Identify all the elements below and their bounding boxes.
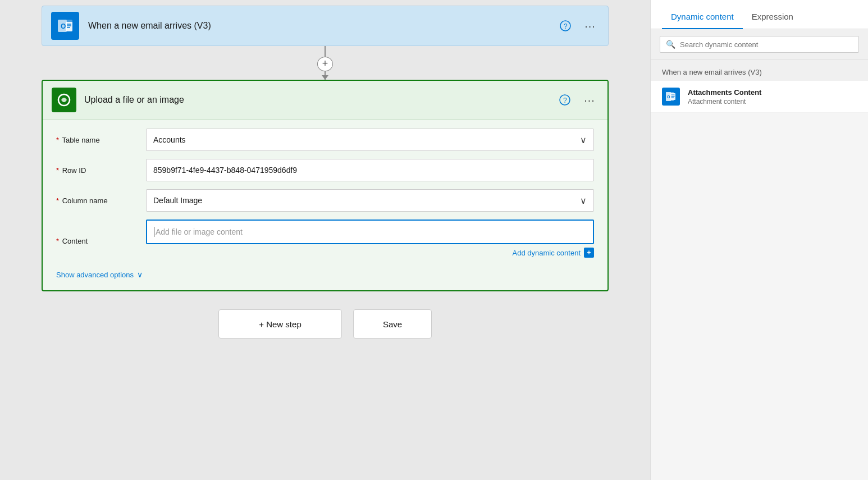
save-label: Save <box>383 319 402 329</box>
panel-section-header: When a new email arrives (V3) <box>651 60 868 81</box>
dataverse-icon <box>57 93 71 107</box>
trigger-more-button[interactable]: ··· <box>581 17 599 35</box>
trigger-icon: O <box>51 12 79 40</box>
column-name-control: Default Image ∨ <box>146 189 594 212</box>
table-name-value: Accounts <box>153 135 186 144</box>
tab-expression[interactable]: Expression <box>743 5 802 29</box>
bottom-buttons: + New step Save <box>218 309 432 339</box>
trigger-actions: ? ··· <box>556 17 599 35</box>
svg-text:?: ? <box>564 22 568 30</box>
list-item[interactable]: O Attachments Content Attachment content <box>651 81 868 113</box>
attachments-content-icon: O <box>662 88 680 106</box>
action-header: Upload a file or an image ? ··· <box>43 81 607 120</box>
row-id-control: 859b9f71-4fe9-4437-b848-0471959d6df9 <box>146 159 594 181</box>
trigger-title: When a new email arrives (V3) <box>88 21 556 31</box>
help-icon: ? <box>560 20 571 31</box>
column-name-label: * Column name <box>56 196 146 205</box>
panel-tabs: Dynamic content Expression <box>651 0 868 29</box>
table-name-row: * Table name Accounts ∨ <box>56 129 594 151</box>
attachments-content-title: Attachments Content <box>688 88 761 97</box>
row-id-row: * Row ID 859b9f71-4fe9-4437-b848-0471959… <box>56 159 594 181</box>
plus-icon: + <box>322 58 328 70</box>
action-title: Upload a file or an image <box>84 95 556 105</box>
action-help-button[interactable]: ? <box>556 91 574 109</box>
action-ellipsis-icon: ··· <box>584 94 595 107</box>
outlook-panel-icon: O <box>665 91 677 102</box>
column-required-star: * <box>56 196 59 205</box>
action-card: Upload a file or an image ? ··· * Table <box>42 80 609 291</box>
content-required-star: * <box>56 237 59 245</box>
content-control: Add file or image content Add dynamic co… <box>146 220 594 262</box>
attachments-content-text: Attachments Content Attachment content <box>688 88 761 106</box>
row-id-label: * Row ID <box>56 166 146 175</box>
save-button[interactable]: Save <box>353 309 432 339</box>
table-name-chevron: ∨ <box>580 135 587 145</box>
row-id-value: 859b9f71-4fe9-4437-b848-0471959d6df9 <box>153 166 297 175</box>
show-advanced-button[interactable]: Show advanced options ∨ <box>56 270 143 279</box>
action-body: * Table name Accounts ∨ * Row ID <box>43 120 607 290</box>
right-panel: Dynamic content Expression 🔍 When a new … <box>650 0 868 480</box>
action-help-icon: ? <box>559 94 570 106</box>
new-step-label: + New step <box>259 319 301 329</box>
column-name-chevron: ∨ <box>580 195 587 206</box>
panel-search-area: 🔍 <box>651 29 868 60</box>
add-dynamic-content-button[interactable]: Add dynamic content + <box>513 248 594 258</box>
tab-dynamic-content[interactable]: Dynamic content <box>662 5 743 29</box>
search-icon: 🔍 <box>666 40 675 49</box>
table-name-dropdown[interactable]: Accounts ∨ <box>146 129 594 151</box>
content-placeholder: Add file or image content <box>156 227 243 236</box>
column-name-value: Default Image <box>153 196 202 205</box>
search-input[interactable] <box>680 40 853 49</box>
action-more-button[interactable]: ··· <box>581 91 599 109</box>
action-icon <box>52 88 76 112</box>
svg-text:O: O <box>61 22 66 30</box>
content-label: * Content <box>56 237 146 245</box>
column-name-row: * Column name Default Image ∨ <box>56 189 594 212</box>
show-advanced-label: Show advanced options <box>56 271 134 279</box>
trigger-help-button[interactable]: ? <box>556 17 574 35</box>
connector-line-top <box>325 46 326 57</box>
svg-rect-3 <box>66 22 72 31</box>
main-canvas: O When a new email arrives (V3) ? ··· <box>0 0 650 480</box>
content-row: * Content Add file or image content Add … <box>56 220 594 262</box>
chevron-down-icon: ∨ <box>137 270 143 279</box>
ellipsis-icon: ··· <box>584 20 596 33</box>
search-box: 🔍 <box>660 36 859 53</box>
dynamic-content-row: Add dynamic content + <box>146 248 594 258</box>
action-header-actions: ? ··· <box>556 91 599 109</box>
table-required-star: * <box>56 136 59 144</box>
attachments-content-subtitle: Attachment content <box>688 98 761 106</box>
outlook-icon: O <box>57 17 74 34</box>
row-id-field[interactable]: 859b9f71-4fe9-4437-b848-0471959d6df9 <box>146 159 594 181</box>
trigger-card: O When a new email arrives (V3) ? ··· <box>42 6 609 46</box>
column-name-dropdown[interactable]: Default Image ∨ <box>146 189 594 212</box>
content-input[interactable]: Add file or image content <box>146 220 594 244</box>
new-step-button[interactable]: + New step <box>218 309 342 339</box>
add-step-button[interactable]: + <box>317 57 333 71</box>
row-id-required-star: * <box>56 166 59 175</box>
svg-text:O: O <box>667 95 670 99</box>
text-cursor <box>154 227 154 237</box>
table-name-control: Accounts ∨ <box>146 129 594 151</box>
connector: + <box>317 46 333 80</box>
svg-text:?: ? <box>563 97 567 104</box>
dynamic-content-label: Add dynamic content <box>513 249 581 257</box>
connector-arrow <box>325 71 326 80</box>
table-name-label: * Table name <box>56 136 146 144</box>
dynamic-content-badge: + <box>584 248 594 258</box>
